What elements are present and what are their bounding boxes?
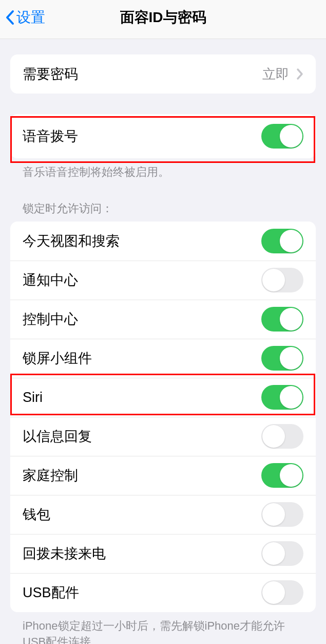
require-passcode-value: 立即 — [262, 65, 289, 83]
lock-access-item-label: 家庭控制 — [23, 466, 78, 485]
lock-access-footnote: iPhone锁定超过一小时后，需先解锁iPhone才能允许USB配件连接。 — [10, 612, 316, 644]
voice-dial-toggle[interactable] — [261, 124, 303, 149]
lock-access-row: 钱包 — [10, 495, 316, 534]
back-label: 设置 — [16, 8, 45, 27]
lock-access-row: Siri — [10, 378, 316, 417]
lock-access-item-label: 今天视图和搜索 — [23, 232, 120, 250]
lock-access-row: 锁屏小组件 — [10, 339, 316, 378]
lock-access-toggle[interactable] — [261, 268, 303, 292]
voice-dial-group: 语音拨号 — [10, 114, 316, 158]
lock-access-row: USB配件 — [10, 573, 316, 612]
require-passcode-label: 需要密码 — [23, 65, 78, 83]
lock-access-item-label: 控制中心 — [23, 310, 78, 328]
lock-access-toggle[interactable] — [261, 463, 303, 488]
lock-access-toggle[interactable] — [261, 307, 303, 332]
chevron-left-icon — [5, 10, 14, 25]
chevron-right-icon — [296, 68, 303, 80]
lock-access-row: 家庭控制 — [10, 456, 316, 495]
lock-access-item-label: 锁屏小组件 — [23, 349, 92, 367]
lock-access-row: 回拨未接来电 — [10, 534, 316, 573]
lock-access-toggle[interactable] — [261, 424, 303, 449]
lock-access-toggle[interactable] — [261, 385, 303, 410]
lock-access-header: 锁定时允许访问： — [10, 201, 316, 222]
voice-dial-row: 语音拨号 — [10, 114, 316, 158]
content-area: 需要密码 立即 语音拨号 音乐语音控制将始终被启用。 锁定时允许访问： 今天视图… — [0, 39, 326, 644]
lock-access-row: 控制中心 — [10, 300, 316, 339]
require-passcode-row[interactable]: 需要密码 立即 — [10, 54, 316, 94]
lock-access-row: 通知中心 — [10, 261, 316, 300]
lock-access-toggle[interactable] — [261, 541, 303, 566]
lock-access-toggle[interactable] — [261, 346, 303, 371]
lock-access-item-label: Siri — [23, 390, 43, 406]
lock-access-row: 以信息回复 — [10, 417, 316, 456]
lock-access-toggle[interactable] — [261, 580, 303, 605]
voice-dial-footnote: 音乐语音控制将始终被启用。 — [10, 158, 316, 180]
lock-access-item-label: 以信息回复 — [23, 427, 92, 446]
page-title: 面容ID与密码 — [120, 8, 206, 27]
lock-access-group: 今天视图和搜索通知中心控制中心锁屏小组件Siri以信息回复家庭控制钱包回拨未接来… — [10, 222, 316, 612]
lock-access-toggle[interactable] — [261, 502, 303, 527]
lock-access-item-label: 钱包 — [23, 505, 50, 524]
lock-access-item-label: 通知中心 — [23, 271, 78, 289]
voice-dial-label: 语音拨号 — [23, 127, 78, 145]
lock-access-item-label: USB配件 — [23, 583, 79, 602]
navigation-bar: 设置 面容ID与密码 — [0, 0, 326, 39]
passcode-group: 需要密码 立即 — [10, 54, 316, 94]
lock-access-row: 今天视图和搜索 — [10, 222, 316, 261]
back-button[interactable]: 设置 — [5, 8, 45, 27]
lock-access-toggle[interactable] — [261, 229, 303, 253]
lock-access-item-label: 回拨未接来电 — [23, 544, 106, 563]
